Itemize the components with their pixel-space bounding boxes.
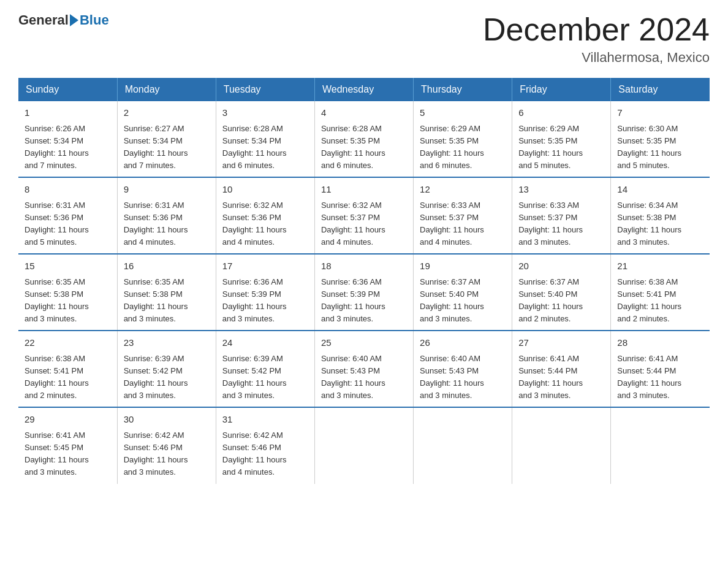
- header-sunday: Sunday: [18, 78, 117, 101]
- day-info: Sunrise: 6:36 AMSunset: 5:39 PMDaylight:…: [321, 276, 407, 326]
- calendar-cell: 7Sunrise: 6:30 AMSunset: 5:35 PMDaylight…: [611, 101, 710, 177]
- calendar-cell: 20Sunrise: 6:37 AMSunset: 5:40 PMDayligh…: [512, 254, 611, 331]
- day-number: 20: [518, 259, 604, 274]
- calendar-cell: 5Sunrise: 6:29 AMSunset: 5:35 PMDaylight…: [414, 101, 512, 177]
- day-number: 5: [420, 106, 506, 120]
- month-title: December 2024: [483, 12, 710, 47]
- day-number: 11: [321, 183, 407, 197]
- day-number: 2: [124, 106, 210, 120]
- calendar-cell: 14Sunrise: 6:34 AMSunset: 5:38 PMDayligh…: [611, 177, 710, 254]
- calendar-cell: 1Sunrise: 6:26 AMSunset: 5:34 PMDaylight…: [18, 101, 117, 177]
- day-info: Sunrise: 6:30 AMSunset: 5:35 PMDaylight:…: [617, 123, 703, 172]
- day-info: Sunrise: 6:28 AMSunset: 5:34 PMDaylight:…: [222, 123, 308, 172]
- week-row-2: 8Sunrise: 6:31 AMSunset: 5:36 PMDaylight…: [18, 177, 710, 254]
- day-number: 14: [617, 183, 703, 197]
- calendar-cell: 25Sunrise: 6:40 AMSunset: 5:43 PMDayligh…: [314, 331, 413, 407]
- logo-general-text: General: [18, 12, 69, 28]
- day-number: 6: [518, 106, 604, 120]
- title-section: December 2024 Villahermosa, Mexico: [483, 12, 710, 66]
- calendar-cell: [611, 407, 710, 483]
- header-row: SundayMondayTuesdayWednesdayThursdayFrid…: [18, 78, 710, 101]
- calendar-cell: 29Sunrise: 6:41 AMSunset: 5:45 PMDayligh…: [18, 407, 117, 483]
- calendar-cell: [512, 407, 611, 483]
- day-number: 24: [222, 336, 308, 350]
- day-number: 17: [222, 259, 308, 274]
- day-info: Sunrise: 6:38 AMSunset: 5:41 PMDaylight:…: [25, 353, 111, 402]
- calendar-cell: 28Sunrise: 6:41 AMSunset: 5:44 PMDayligh…: [611, 331, 710, 407]
- calendar-cell: 18Sunrise: 6:36 AMSunset: 5:39 PMDayligh…: [314, 254, 413, 331]
- page-header: General Blue December 2024 Villahermosa,…: [18, 12, 710, 66]
- logo: General Blue: [18, 12, 109, 28]
- calendar-cell: 17Sunrise: 6:36 AMSunset: 5:39 PMDayligh…: [216, 254, 314, 331]
- day-number: 10: [222, 183, 308, 197]
- day-number: 15: [25, 259, 111, 274]
- day-info: Sunrise: 6:41 AMSunset: 5:44 PMDaylight:…: [617, 353, 703, 402]
- day-number: 31: [222, 413, 308, 427]
- day-number: 26: [420, 336, 506, 350]
- calendar-cell: 21Sunrise: 6:38 AMSunset: 5:41 PMDayligh…: [611, 254, 710, 331]
- day-number: 22: [25, 336, 111, 350]
- calendar-header: SundayMondayTuesdayWednesdayThursdayFrid…: [18, 78, 710, 101]
- day-info: Sunrise: 6:41 AMSunset: 5:44 PMDaylight:…: [518, 353, 604, 402]
- day-info: Sunrise: 6:36 AMSunset: 5:39 PMDaylight:…: [222, 276, 308, 326]
- day-info: Sunrise: 6:40 AMSunset: 5:43 PMDaylight:…: [321, 353, 407, 402]
- day-number: 18: [321, 259, 407, 274]
- calendar-body: 1Sunrise: 6:26 AMSunset: 5:34 PMDaylight…: [18, 101, 710, 483]
- day-info: Sunrise: 6:39 AMSunset: 5:42 PMDaylight:…: [222, 353, 308, 402]
- day-info: Sunrise: 6:34 AMSunset: 5:38 PMDaylight:…: [617, 199, 703, 249]
- header-wednesday: Wednesday: [314, 78, 413, 101]
- week-row-4: 22Sunrise: 6:38 AMSunset: 5:41 PMDayligh…: [18, 331, 710, 407]
- day-number: 3: [222, 106, 308, 120]
- calendar-cell: 6Sunrise: 6:29 AMSunset: 5:35 PMDaylight…: [512, 101, 611, 177]
- header-thursday: Thursday: [414, 78, 512, 101]
- day-info: Sunrise: 6:41 AMSunset: 5:45 PMDaylight:…: [25, 429, 111, 479]
- week-row-3: 15Sunrise: 6:35 AMSunset: 5:38 PMDayligh…: [18, 254, 710, 331]
- calendar-cell: 8Sunrise: 6:31 AMSunset: 5:36 PMDaylight…: [18, 177, 117, 254]
- day-info: Sunrise: 6:39 AMSunset: 5:42 PMDaylight:…: [124, 353, 210, 402]
- day-number: 29: [25, 413, 111, 427]
- day-info: Sunrise: 6:28 AMSunset: 5:35 PMDaylight:…: [321, 123, 407, 172]
- logo-blue-text: Blue: [80, 12, 109, 28]
- day-info: Sunrise: 6:27 AMSunset: 5:34 PMDaylight:…: [124, 123, 210, 172]
- calendar-cell: 27Sunrise: 6:41 AMSunset: 5:44 PMDayligh…: [512, 331, 611, 407]
- calendar-cell: 3Sunrise: 6:28 AMSunset: 5:34 PMDaylight…: [216, 101, 314, 177]
- calendar-cell: 2Sunrise: 6:27 AMSunset: 5:34 PMDaylight…: [117, 101, 216, 177]
- header-friday: Friday: [512, 78, 611, 101]
- day-number: 23: [124, 336, 210, 350]
- day-number: 27: [518, 336, 604, 350]
- day-info: Sunrise: 6:37 AMSunset: 5:40 PMDaylight:…: [518, 276, 604, 326]
- day-number: 7: [617, 106, 703, 120]
- day-info: Sunrise: 6:35 AMSunset: 5:38 PMDaylight:…: [124, 276, 210, 326]
- calendar-cell: 31Sunrise: 6:42 AMSunset: 5:46 PMDayligh…: [216, 407, 314, 483]
- day-info: Sunrise: 6:42 AMSunset: 5:46 PMDaylight:…: [222, 429, 308, 479]
- calendar-table: SundayMondayTuesdayWednesdayThursdayFrid…: [18, 78, 710, 483]
- day-info: Sunrise: 6:35 AMSunset: 5:38 PMDaylight:…: [25, 276, 111, 326]
- logo-arrow-icon: [70, 14, 78, 26]
- calendar-cell: 4Sunrise: 6:28 AMSunset: 5:35 PMDaylight…: [314, 101, 413, 177]
- calendar-cell: 19Sunrise: 6:37 AMSunset: 5:40 PMDayligh…: [414, 254, 512, 331]
- calendar-cell: 26Sunrise: 6:40 AMSunset: 5:43 PMDayligh…: [414, 331, 512, 407]
- day-number: 9: [124, 183, 210, 197]
- calendar-cell: [414, 407, 512, 483]
- day-info: Sunrise: 6:29 AMSunset: 5:35 PMDaylight:…: [518, 123, 604, 172]
- calendar-cell: 23Sunrise: 6:39 AMSunset: 5:42 PMDayligh…: [117, 331, 216, 407]
- day-info: Sunrise: 6:40 AMSunset: 5:43 PMDaylight:…: [420, 353, 506, 402]
- day-info: Sunrise: 6:26 AMSunset: 5:34 PMDaylight:…: [25, 123, 111, 172]
- day-number: 30: [124, 413, 210, 427]
- header-saturday: Saturday: [611, 78, 710, 101]
- calendar-cell: 11Sunrise: 6:32 AMSunset: 5:37 PMDayligh…: [314, 177, 413, 254]
- calendar-cell: 12Sunrise: 6:33 AMSunset: 5:37 PMDayligh…: [414, 177, 512, 254]
- header-monday: Monday: [117, 78, 216, 101]
- day-number: 1: [25, 106, 111, 120]
- day-number: 8: [25, 183, 111, 197]
- day-info: Sunrise: 6:31 AMSunset: 5:36 PMDaylight:…: [124, 199, 210, 249]
- location: Villahermosa, Mexico: [483, 50, 710, 66]
- day-number: 4: [321, 106, 407, 120]
- day-info: Sunrise: 6:32 AMSunset: 5:37 PMDaylight:…: [321, 199, 407, 249]
- header-tuesday: Tuesday: [216, 78, 314, 101]
- week-row-5: 29Sunrise: 6:41 AMSunset: 5:45 PMDayligh…: [18, 407, 710, 483]
- calendar-cell: 30Sunrise: 6:42 AMSunset: 5:46 PMDayligh…: [117, 407, 216, 483]
- day-number: 21: [617, 259, 703, 274]
- week-row-1: 1Sunrise: 6:26 AMSunset: 5:34 PMDaylight…: [18, 101, 710, 177]
- day-number: 25: [321, 336, 407, 350]
